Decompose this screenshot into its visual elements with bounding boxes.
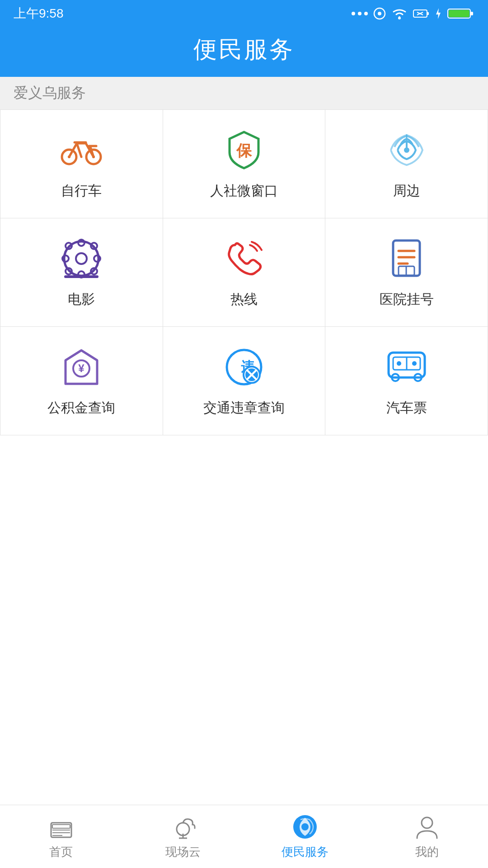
nearby-item[interactable]: 周边: [325, 110, 488, 218]
convenience-nav-label: 便民服务: [282, 844, 328, 860]
svg-point-0: [352, 12, 355, 15]
movie-icon: [59, 236, 104, 281]
hotline-icon: [221, 236, 267, 281]
social-insurance-icon: 保: [221, 127, 267, 173]
mine-nav-label: 我的: [415, 844, 439, 860]
charging-icon: [435, 7, 442, 20]
provident-fund-label: 公积金查询: [47, 399, 115, 417]
nav-live-cloud[interactable]: 现场云: [122, 813, 244, 860]
svg-point-1: [358, 12, 361, 15]
svg-text:¥: ¥: [79, 362, 85, 374]
status-time: 上午9:58: [14, 5, 64, 22]
section-label: 爱义乌服务: [0, 77, 488, 109]
traffic-violation-label: 交通违章查询: [203, 399, 285, 417]
bus-ticket-icon: [384, 344, 429, 390]
home-nav-label: 首页: [49, 844, 73, 860]
battery-full-icon: [447, 7, 474, 20]
svg-point-65: [422, 817, 432, 828]
svg-point-2: [364, 12, 368, 15]
svg-point-60: [177, 823, 189, 835]
movie-item[interactable]: 电影: [0, 218, 163, 327]
battery-x-icon: [413, 8, 429, 19]
location-icon: [373, 7, 386, 20]
nav-home[interactable]: 首页: [0, 813, 122, 860]
svg-point-20: [404, 148, 409, 152]
bus-ticket-label: 汽车票: [386, 399, 427, 417]
svg-point-4: [378, 12, 381, 15]
social-insurance-label: 人社微窗口: [210, 182, 278, 200]
svg-rect-12: [470, 12, 473, 15]
hotline-item[interactable]: 热线: [163, 218, 326, 327]
nav-mine[interactable]: 我的: [366, 813, 488, 860]
bottom-nav: 首页 现场云 便民服务: [0, 805, 488, 868]
status-icons: [352, 7, 474, 20]
provident-fund-icon: ¥: [59, 344, 104, 390]
provident-fund-item[interactable]: ¥ 公积金查询: [0, 327, 163, 435]
signal-dots-icon: [352, 10, 368, 17]
svg-rect-7: [427, 12, 429, 15]
nearby-icon: [384, 127, 429, 173]
hospital-label: 医院挂号: [380, 290, 434, 309]
svg-point-23: [76, 253, 87, 264]
page-title: 便民服务: [193, 34, 295, 66]
traffic-violation-icon: 违: [221, 344, 267, 390]
status-bar: 上午9:58: [0, 0, 488, 27]
svg-point-53: [397, 361, 401, 366]
hotline-label: 热线: [230, 290, 258, 309]
live-cloud-nav-label: 现场云: [165, 844, 201, 860]
bicycle-item[interactable]: 自行车: [0, 110, 163, 218]
svg-rect-13: [449, 10, 469, 17]
svg-text:保: 保: [236, 142, 253, 159]
bicycle-icon: [59, 127, 104, 173]
hospital-item[interactable]: 医院挂号: [325, 218, 488, 327]
svg-point-64: [301, 823, 309, 830]
svg-marker-10: [436, 8, 441, 19]
mine-nav-icon: [413, 813, 441, 840]
convenience-nav-icon: [291, 813, 319, 840]
bicycle-label: 自行车: [61, 182, 102, 200]
social-insurance-item[interactable]: 保 人社微窗口: [163, 110, 326, 218]
app-header: 便民服务: [0, 27, 488, 77]
nav-convenience[interactable]: 便民服务: [244, 813, 366, 860]
movie-label: 电影: [68, 290, 95, 309]
hospital-icon: [384, 236, 429, 281]
nearby-label: 周边: [393, 182, 420, 200]
wifi-icon: [391, 7, 408, 20]
traffic-violation-item[interactable]: 违 交通违章查询: [163, 327, 326, 435]
home-nav-icon: [47, 813, 75, 840]
live-cloud-nav-icon: [169, 813, 197, 840]
bus-ticket-item[interactable]: 汽车票: [325, 327, 488, 435]
services-grid: 自行车 保 人社微窗口 周边: [0, 109, 488, 435]
svg-point-5: [398, 17, 401, 19]
svg-point-54: [412, 361, 417, 366]
svg-rect-56: [52, 825, 70, 828]
